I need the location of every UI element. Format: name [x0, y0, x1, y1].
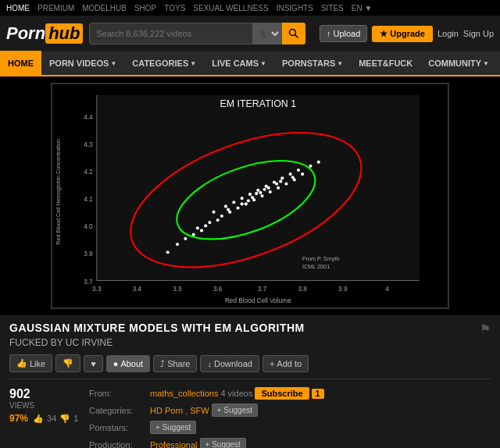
svg-point-58 [309, 165, 312, 168]
login-link[interactable]: Login [438, 29, 459, 38]
svg-point-42 [277, 187, 280, 190]
category-sfw[interactable]: SFW [190, 406, 209, 415]
category-hd-porn[interactable]: HD Porn [150, 406, 183, 415]
search-icon [288, 28, 299, 39]
stats-column: 902 VIEWS 97% 👍 34 👎 1 [9, 387, 80, 448]
top-nav-toys[interactable]: TOYS [164, 4, 185, 12]
svg-point-37 [256, 189, 259, 192]
top-nav-modelhub[interactable]: MODELHUB [82, 4, 127, 12]
share-icon: ⤴ [160, 359, 165, 368]
search-select[interactable]: 🎥 [253, 23, 282, 44]
svg-point-63 [267, 187, 270, 190]
top-nav-insights[interactable]: INSIGHTS [277, 4, 313, 12]
svg-point-67 [247, 199, 250, 202]
svg-text:3.7: 3.7 [258, 286, 267, 293]
arrow-icon: ▼ [483, 60, 489, 67]
upgrade-button[interactable]: ★ Upgrade [372, 26, 433, 42]
upload-icon: ↑ [327, 29, 331, 38]
logo[interactable]: Pornhub [6, 23, 83, 44]
like-button[interactable]: 👍 Like [9, 354, 52, 372]
svg-point-62 [255, 192, 258, 195]
views-label: VIEWS [9, 401, 80, 410]
top-nav-premium[interactable]: PREMIUM [38, 4, 74, 12]
heart-icon: ♥ [91, 359, 96, 368]
subscribe-count-badge: 1 [312, 389, 324, 399]
top-nav-sites[interactable]: SITES [321, 4, 344, 12]
suggest-button-production[interactable]: Suggest [200, 438, 246, 448]
logo-hub: hub [45, 23, 83, 44]
from-videos: 4 videos [220, 389, 252, 398]
from-row: From: maths_collections 4 videos Subscri… [89, 387, 491, 400]
subscribe-button[interactable]: Subscribe [255, 387, 309, 400]
search-bar: 🎥 [89, 23, 308, 44]
thumbs-up-count-icon: 👍 [33, 414, 44, 424]
nav-community[interactable]: COMMUNITY ▼ [420, 51, 497, 76]
top-nav-shop[interactable]: SHOP [134, 4, 156, 12]
info-section: GAUSSIAN MIXTURE MODELS WITH EM ALGORITH… [0, 315, 500, 448]
search-button[interactable] [282, 23, 305, 44]
svg-text:3.8: 3.8 [298, 286, 307, 293]
svg-point-61 [227, 208, 230, 211]
svg-point-65 [291, 176, 295, 179]
upload-button[interactable]: ↑ Upload [320, 25, 367, 42]
action-bar: 👍 Like 👎 ♥ ● About ⤴ Share ↓ Download + … [9, 354, 491, 379]
suggest-button-categories[interactable]: Suggest [212, 404, 258, 417]
thumbs-up-icon: 👍 [16, 358, 27, 368]
production-label: Production: [89, 440, 148, 449]
svg-rect-2 [97, 95, 420, 281]
nav-meetfuck[interactable]: MEET&FUCK [351, 51, 420, 76]
svg-point-50 [216, 219, 220, 222]
star-icon: ★ [380, 29, 388, 39]
svg-line-1 [295, 35, 298, 38]
info-icon: ● [113, 359, 119, 368]
nav-categories[interactable]: CATEGORIES ▼ [124, 51, 204, 76]
top-nav-home[interactable]: HOME [6, 4, 30, 12]
video-subtitle: FUCKED BY UC IRVINE [9, 337, 305, 348]
dislike-button[interactable]: 👎 [55, 354, 80, 372]
download-button[interactable]: ↓ Download [200, 355, 259, 372]
top-nav-sexual-wellness[interactable]: SEXUAL WELLNESS [193, 4, 268, 12]
svg-point-68 [259, 191, 262, 194]
svg-text:3.9: 3.9 [84, 251, 93, 258]
svg-text:4.1: 4.1 [84, 196, 93, 203]
svg-point-64 [279, 180, 282, 183]
video-player[interactable]: EM ITERATION 1 3.7 3.9 4.0 4.1 4.2 4.3 4… [51, 83, 449, 309]
signup-link[interactable]: Sign Up [463, 29, 494, 38]
thumbs-down-count-icon: 👎 [59, 414, 70, 424]
about-button[interactable]: ● About [106, 355, 150, 372]
thumbs-stats: 👍 34 👎 1 [33, 414, 78, 424]
svg-point-40 [269, 190, 272, 194]
nav-home[interactable]: HOME [0, 51, 41, 76]
production-link[interactable]: Professional [150, 440, 198, 449]
top-bar: HOME PREMIUM MODELHUB SHOP TOYS SEXUAL W… [0, 0, 500, 16]
svg-text:ICML 2001: ICML 2001 [302, 263, 330, 270]
header: Pornhub 🎥 ↑ Upload ★ Upgrade Login Sign … [0, 16, 500, 52]
arrow-icon: ▼ [110, 60, 116, 67]
svg-text:3.5: 3.5 [173, 286, 182, 293]
svg-point-56 [166, 251, 170, 254]
video-title: GAUSSIAN MIXTURE MODELS WITH EM ALGORITH… [9, 322, 305, 334]
suggest-button-pornstars[interactable]: Suggest [150, 421, 196, 434]
search-input[interactable] [89, 23, 253, 44]
nav-live-cams[interactable]: LIVE CAMS ▼ [204, 51, 274, 76]
categories-label: Categories: [89, 406, 148, 415]
share-button[interactable]: ⤴ Share [153, 355, 197, 372]
from-user-link[interactable]: maths_collections [150, 389, 218, 398]
svg-point-26 [208, 221, 211, 224]
flag-icon[interactable]: ⚑ [480, 322, 491, 336]
thumbs-up-count: 34 [47, 414, 56, 423]
svg-point-49 [200, 229, 203, 232]
svg-point-51 [241, 202, 244, 205]
top-nav-language[interactable]: EN ▼ [352, 4, 373, 12]
nav-pornstars[interactable]: PORNSTARS ▼ [274, 51, 351, 76]
svg-point-57 [184, 237, 187, 240]
from-label: From: [89, 389, 148, 398]
nav-porn-videos[interactable]: PORN VIDEOS ▼ [41, 51, 124, 76]
svg-point-60 [301, 172, 304, 176]
svg-text:3.4: 3.4 [133, 286, 142, 293]
heart-button[interactable]: ♥ [84, 355, 103, 372]
svg-point-66 [204, 224, 207, 227]
nav-photos-gifs[interactable]: PHOTOS & GIFS [497, 51, 500, 76]
add-to-button[interactable]: + Add to [262, 355, 309, 372]
svg-text:3.9: 3.9 [338, 286, 348, 293]
